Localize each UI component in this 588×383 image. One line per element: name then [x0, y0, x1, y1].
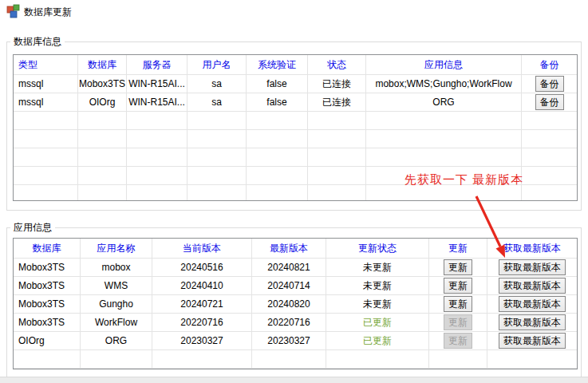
column-header-app-name[interactable]: 应用名称	[81, 239, 152, 259]
backup-button[interactable]: 备份	[535, 94, 564, 110]
cell-system-auth: false	[247, 93, 308, 112]
column-header-database[interactable]: 数据库	[14, 239, 81, 259]
column-header-current-version[interactable]: 当前版本	[152, 239, 252, 259]
annotation-text: 先获取一下 最新版本	[404, 172, 523, 188]
column-header-status[interactable]: 状态	[308, 55, 366, 75]
update-button[interactable]: 更新	[444, 296, 472, 312]
column-header-update-status[interactable]: 更新状态	[326, 239, 429, 259]
cell-current-version: 20240410	[152, 277, 252, 295]
column-header-latest-version[interactable]: 最新版本	[252, 239, 326, 259]
empty-cell	[247, 148, 308, 167]
empty-cell	[522, 112, 577, 130]
empty-cell	[308, 130, 366, 148]
empty-cell	[522, 167, 577, 185]
empty-cell	[14, 130, 78, 148]
cell-database: Mobox3TS	[14, 259, 81, 277]
cell-update-status: 未更新	[326, 259, 429, 277]
cell-status: 已连接	[308, 93, 366, 112]
empty-cell	[247, 185, 308, 201]
column-header-fetch-latest[interactable]: 获取最新版本	[487, 239, 577, 259]
empty-cell	[127, 185, 187, 201]
empty-cell	[78, 112, 127, 130]
cell-app-name: Gungho	[81, 295, 152, 314]
cell-latest-version: 20220716	[252, 314, 326, 332]
fetch-latest-button[interactable]: 获取最新版本	[499, 333, 566, 349]
empty-cell	[522, 185, 577, 201]
column-header-update[interactable]: 更新	[429, 239, 487, 259]
empty-cell	[81, 350, 152, 369]
empty-cell	[247, 167, 308, 185]
empty-cell	[429, 350, 487, 369]
app-info-group-title: 应用信息	[10, 221, 55, 235]
cell-system-auth: false	[247, 75, 308, 93]
cell-database: OIOrg	[78, 93, 127, 112]
cell-database: OIOrg	[14, 332, 81, 350]
fetch-latest-button[interactable]: 获取最新版本	[499, 314, 566, 330]
database-info-group-title: 数据库信息	[10, 35, 65, 49]
cell-app-name: mobox	[81, 259, 152, 277]
cell-latest-version: 20240821	[252, 259, 326, 277]
cell-apps: mobox;WMS;Gungho;WorkFlow	[366, 75, 522, 93]
app-table: 数据库 应用名称 当前版本 最新版本 更新状态 更新 获取最新版本 Mobox3…	[13, 238, 578, 369]
empty-cell	[152, 350, 252, 369]
cell-type: mssql	[14, 93, 78, 112]
column-header-database[interactable]: 数据库	[78, 55, 127, 75]
cell-app-name: ORG	[81, 332, 152, 350]
cell-latest-version: 20230327	[252, 332, 326, 350]
empty-cell	[308, 112, 366, 130]
empty-cell	[187, 185, 247, 201]
column-header-server[interactable]: 服务器	[127, 55, 187, 75]
empty-cell	[326, 350, 429, 369]
column-header-system-auth[interactable]: 系统验证	[247, 55, 308, 75]
backup-button[interactable]: 备份	[535, 76, 564, 92]
update-button[interactable]: 更新	[444, 278, 472, 294]
empty-cell	[187, 112, 247, 130]
cell-update-status: 未更新	[326, 295, 429, 314]
column-header-username[interactable]: 用户名	[187, 55, 247, 75]
cell-username: sa	[187, 93, 247, 112]
cell-update-status: 已更新	[326, 332, 429, 350]
cell-current-version: 20230327	[152, 332, 252, 350]
empty-cell	[522, 130, 577, 148]
empty-cell	[308, 148, 366, 167]
window-title: 数据库更新	[24, 6, 72, 19]
column-header-backup[interactable]: 备份	[522, 55, 577, 75]
cell-type: mssql	[14, 75, 78, 93]
column-header-type[interactable]: 类型	[14, 55, 78, 75]
empty-cell	[247, 112, 308, 130]
cell-current-version: 20240721	[152, 295, 252, 314]
fetch-latest-button[interactable]: 获取最新版本	[499, 296, 566, 312]
empty-cell	[14, 148, 78, 167]
empty-cell	[14, 185, 78, 201]
empty-cell	[366, 148, 522, 167]
empty-cell	[127, 130, 187, 148]
cell-update-status: 未更新	[326, 277, 429, 295]
empty-cell	[247, 130, 308, 148]
cell-current-version: 20240516	[152, 259, 252, 277]
cell-server: WIN-R15AI...	[127, 93, 187, 112]
update-button-disabled: 更新	[444, 314, 472, 330]
empty-cell	[308, 185, 366, 201]
empty-cell	[78, 130, 127, 148]
empty-cell	[366, 185, 522, 201]
app-blocks-icon	[6, 4, 21, 18]
cell-database: Mobox3TS	[14, 277, 81, 295]
cell-latest-version: 20240820	[252, 295, 326, 314]
column-header-apps[interactable]: 应用信息	[366, 55, 522, 75]
cell-server: WIN-R15AI...	[127, 75, 187, 93]
empty-cell	[14, 350, 81, 369]
empty-cell	[187, 148, 247, 167]
empty-cell	[366, 112, 522, 130]
update-button[interactable]: 更新	[444, 259, 472, 275]
app-table-grid: 数据库 应用名称 当前版本 最新版本 更新状态 更新 获取最新版本 Mobox3…	[14, 239, 577, 369]
cell-latest-version: 20240714	[252, 277, 326, 295]
cell-database: Mobox3TS	[14, 295, 81, 314]
empty-cell	[14, 112, 78, 130]
empty-cell	[127, 167, 187, 185]
fetch-latest-button[interactable]: 获取最新版本	[499, 259, 566, 275]
fetch-latest-button[interactable]: 获取最新版本	[499, 278, 566, 294]
empty-cell	[487, 350, 577, 369]
empty-cell	[308, 167, 366, 185]
empty-cell	[187, 130, 247, 148]
cell-current-version: 20220716	[152, 314, 252, 332]
